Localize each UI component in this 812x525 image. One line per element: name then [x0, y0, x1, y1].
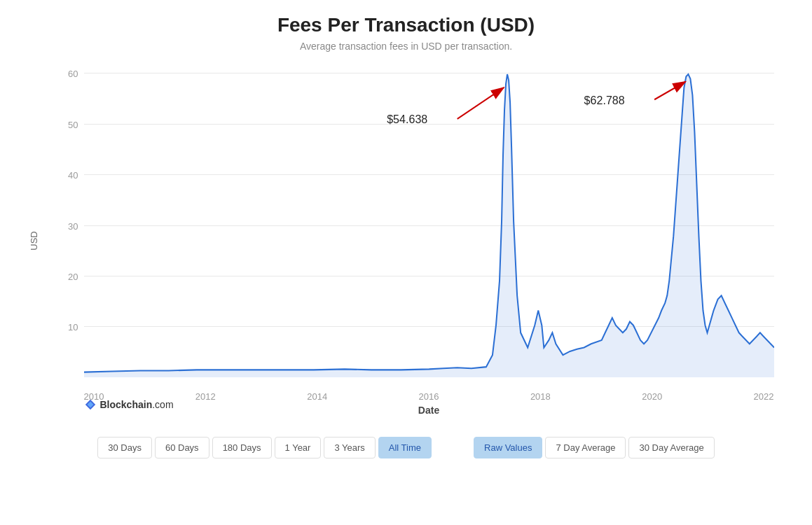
btn-180-days[interactable]: 180 Days [212, 437, 272, 458]
x-tick-2016: 2016 [419, 391, 439, 402]
blockchain-diamond-icon [84, 398, 97, 411]
y-tick-10: 10 [68, 322, 78, 332]
chart-area: 60 50 40 30 20 10 [84, 73, 774, 377]
annotation-2: $62.788 [584, 82, 685, 107]
x-tick-2022: 2022 [754, 391, 774, 402]
chart-title: Fees Per Transaction (USD) [277, 14, 535, 36]
chart-svg: $54.638 $62.788 [84, 73, 774, 377]
btn-7-day-avg[interactable]: 7 Day Average [545, 437, 626, 458]
y-tick-50: 50 [68, 119, 78, 130]
y-tick-20: 20 [68, 272, 78, 282]
x-tick-2020: 2020 [642, 391, 662, 402]
svg-line-2 [457, 88, 503, 119]
chart-subtitle: Average transaction fees in USD per tran… [300, 41, 512, 52]
btn-60-days[interactable]: 60 Days [155, 437, 209, 458]
y-tick-30: 30 [68, 220, 78, 231]
btn-all-time[interactable]: All Time [378, 437, 432, 458]
y-axis-label: USD [29, 231, 39, 250]
annotation-1: $54.638 [387, 88, 504, 126]
chart-container: USD 60 50 40 30 20 10 [46, 66, 788, 416]
x-tick-2012: 2012 [195, 391, 216, 402]
y-tick-40: 40 [68, 169, 78, 180]
btn-raw-values[interactable]: Raw Values [474, 437, 542, 458]
btn-1-year[interactable]: 1 Year [275, 437, 322, 458]
blockchain-logo: Blockchain.com [84, 398, 174, 411]
controls: 30 Days 60 Days 180 Days 1 Year 3 Years … [97, 437, 715, 458]
time-buttons: 30 Days 60 Days 180 Days 1 Year 3 Years … [97, 437, 432, 458]
avg-buttons: Raw Values 7 Day Average 30 Day Average [474, 437, 715, 458]
btn-3-years[interactable]: 3 Years [324, 437, 375, 458]
x-tick-2018: 2018 [530, 391, 551, 402]
svg-line-4 [654, 82, 685, 99]
x-axis-label: Date [418, 405, 439, 416]
blockchain-brand: Blockchain.com [100, 399, 174, 410]
y-tick-60: 60 [68, 69, 78, 79]
btn-30-day-avg[interactable]: 30 Day Average [628, 437, 714, 458]
svg-text:$54.638: $54.638 [387, 113, 427, 127]
btn-30-days[interactable]: 30 Days [97, 437, 152, 458]
svg-text:$62.788: $62.788 [584, 93, 624, 107]
x-tick-2014: 2014 [307, 391, 327, 402]
x-axis: 2010 2012 2014 2016 2018 2020 2022 [84, 391, 774, 402]
